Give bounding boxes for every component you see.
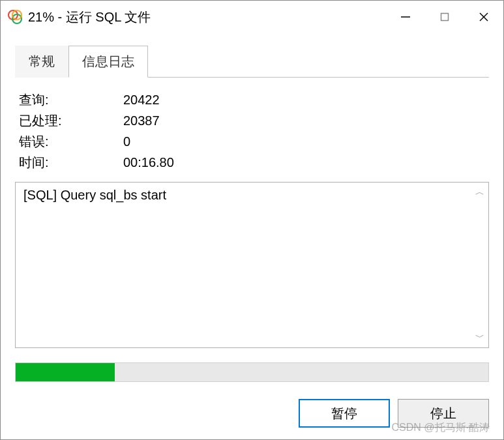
stat-time-value: 00:16.80 (123, 152, 174, 173)
stat-query: 查询: 20422 (19, 89, 485, 110)
stat-query-label: 查询: (19, 89, 123, 110)
tab-content: 查询: 20422 已处理: 20387 错误: 0 时间: 00:16.80 … (15, 77, 489, 428)
stop-button[interactable]: 停止 (398, 399, 489, 428)
content-area: 常规 信息日志 查询: 20422 已处理: 20387 错误: 0 时间: (1, 33, 503, 439)
tab-bar: 常规 信息日志 (15, 45, 489, 77)
stat-error: 错误: 0 (19, 131, 485, 152)
stat-time: 时间: 00:16.80 (19, 152, 485, 173)
minimize-button[interactable] (386, 1, 425, 33)
app-icon (7, 9, 23, 25)
close-button[interactable] (464, 1, 503, 33)
dialog-window: 21% - 运行 SQL 文件 常规 信息日志 查询: 20422 (0, 0, 504, 440)
button-row: 暂停 停止 (15, 399, 489, 428)
stat-processed-label: 已处理: (19, 110, 123, 131)
scrollbar[interactable]: ︿ ﹀ (473, 183, 487, 347)
stat-query-value: 20422 (123, 89, 160, 110)
titlebar: 21% - 运行 SQL 文件 (1, 1, 503, 33)
scroll-down-icon[interactable]: ﹀ (473, 332, 487, 344)
pause-button[interactable]: 暂停 (299, 399, 390, 428)
stat-processed: 已处理: 20387 (19, 110, 485, 131)
log-textarea[interactable]: [SQL] Query sql_bs start ︿ ﹀ (15, 182, 489, 348)
maximize-button[interactable] (425, 1, 464, 33)
stat-error-label: 错误: (19, 131, 123, 152)
progress-bar (15, 362, 489, 382)
svg-rect-4 (441, 14, 449, 21)
tab-log[interactable]: 信息日志 (68, 46, 148, 78)
scroll-up-icon[interactable]: ︿ (473, 186, 487, 198)
stat-time-label: 时间: (19, 152, 123, 173)
window-title: 21% - 运行 SQL 文件 (28, 8, 386, 26)
stat-error-value: 0 (123, 131, 130, 152)
progress-fill (16, 363, 115, 381)
stats-panel: 查询: 20422 已处理: 20387 错误: 0 时间: 00:16.80 (15, 89, 489, 173)
window-controls (386, 1, 503, 33)
stat-processed-value: 20387 (123, 110, 160, 131)
log-line: [SQL] Query sql_bs start (23, 188, 166, 202)
tab-general[interactable]: 常规 (15, 46, 68, 78)
